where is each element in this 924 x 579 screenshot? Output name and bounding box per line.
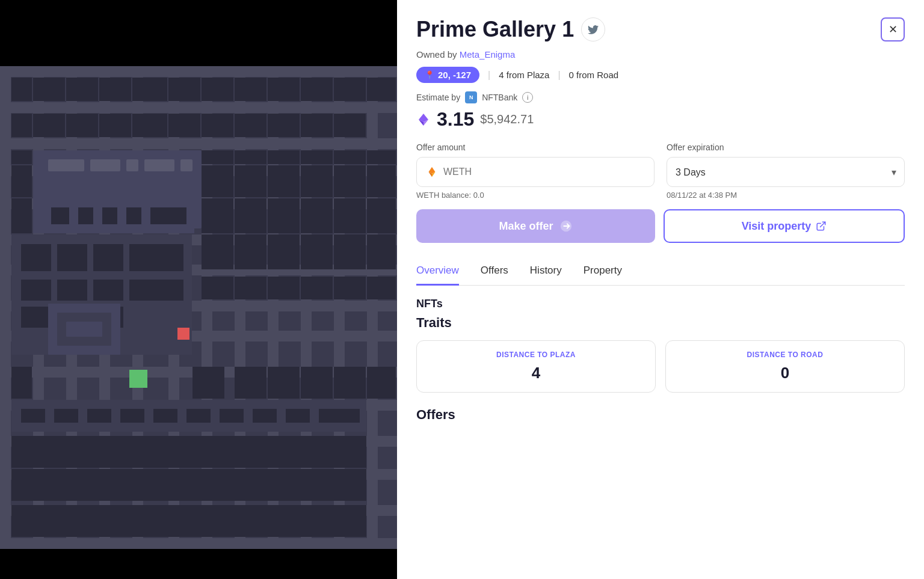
svg-rect-100 xyxy=(177,328,189,340)
pipe-divider-2: | xyxy=(558,70,560,81)
distance-road-text: 0 from Road xyxy=(569,70,619,80)
title-twitter-group: Prime Gallery 1 xyxy=(416,17,605,42)
svg-rect-133 xyxy=(11,505,366,537)
svg-rect-102 xyxy=(235,234,266,269)
svg-rect-74 xyxy=(78,207,93,224)
weth-amount-input[interactable] xyxy=(443,167,645,177)
svg-rect-107 xyxy=(202,277,233,299)
nftbank-icon: N xyxy=(465,91,477,103)
svg-rect-47 xyxy=(235,114,266,137)
svg-rect-111 xyxy=(334,277,366,299)
svg-rect-44 xyxy=(132,114,167,137)
coords-badge[interactable]: 📍 20, -127 xyxy=(416,67,479,83)
make-offer-icon xyxy=(559,219,573,233)
svg-rect-29 xyxy=(33,78,65,101)
svg-rect-60 xyxy=(268,150,300,164)
svg-rect-85 xyxy=(21,244,51,271)
tab-offers[interactable]: Offers xyxy=(481,257,508,286)
tab-overview[interactable]: Overview xyxy=(416,257,459,286)
svg-rect-54 xyxy=(126,159,138,171)
visit-property-label: Visit property xyxy=(742,220,812,233)
action-buttons: Make offer Visit property xyxy=(416,209,905,243)
price-row: 3.15 $5,942.71 xyxy=(416,108,905,130)
panel-header: Prime Gallery 1 ✕ xyxy=(416,17,905,42)
nfts-section-label: NFTs xyxy=(416,298,905,310)
svg-rect-130 xyxy=(319,409,360,423)
owned-by-label: Owned by xyxy=(416,49,457,60)
svg-rect-78 xyxy=(202,198,233,233)
svg-rect-90 xyxy=(57,280,87,301)
svg-rect-93 xyxy=(21,307,51,328)
tab-history[interactable]: History xyxy=(530,257,562,286)
svg-rect-125 xyxy=(153,409,177,423)
trait-cards: DISTANCE TO PLAZA 4 DISTANCE TO ROAD 0 xyxy=(416,340,905,393)
svg-rect-114 xyxy=(192,367,224,399)
expiration-select[interactable]: 1 Day 3 Days 7 Days 14 Days 30 Days xyxy=(667,157,905,187)
trait-road-value: 0 xyxy=(678,364,892,382)
svg-rect-63 xyxy=(367,150,396,164)
svg-rect-128 xyxy=(253,409,277,423)
svg-rect-48 xyxy=(268,114,300,137)
offer-amount-label: Offer amount xyxy=(416,142,654,152)
offers-section-label: Offers xyxy=(416,407,905,423)
svg-rect-53 xyxy=(90,159,120,171)
map-content[interactable] xyxy=(0,66,397,549)
svg-rect-70 xyxy=(367,165,396,197)
estimate-label: Estimate by xyxy=(416,93,460,102)
map-bottom-bar xyxy=(0,549,397,579)
svg-rect-116 xyxy=(268,367,300,399)
svg-rect-121 xyxy=(21,409,45,423)
weth-input-wrapper[interactable] xyxy=(416,157,654,187)
make-offer-button[interactable]: Make offer xyxy=(416,209,655,243)
twitter-button[interactable] xyxy=(581,17,605,41)
estimator-name: NFTBank xyxy=(482,93,517,102)
close-button[interactable]: ✕ xyxy=(881,17,905,41)
svg-rect-28 xyxy=(11,78,32,101)
svg-rect-55 xyxy=(144,159,174,171)
offer-expiration-label: Offer expiration xyxy=(667,142,905,152)
svg-rect-76 xyxy=(126,207,141,224)
make-offer-label: Make offer xyxy=(499,220,553,233)
tab-property[interactable]: Property xyxy=(584,257,622,286)
svg-rect-82 xyxy=(334,198,366,233)
trait-card-distance-plaza: DISTANCE TO PLAZA 4 xyxy=(416,340,656,393)
svg-rect-50 xyxy=(334,114,366,137)
map-svg xyxy=(0,66,397,549)
trait-card-distance-road: DISTANCE TO ROAD 0 xyxy=(665,340,905,393)
weth-balance-text: WETH balance: 0.0 xyxy=(416,191,654,200)
svg-rect-108 xyxy=(235,277,266,299)
svg-rect-99 xyxy=(129,370,147,388)
svg-rect-69 xyxy=(334,165,366,197)
eth-price: 3.15 xyxy=(437,108,474,130)
svg-rect-43 xyxy=(99,114,131,137)
svg-rect-34 xyxy=(202,78,233,101)
svg-rect-30 xyxy=(66,78,98,101)
svg-rect-67 xyxy=(268,165,300,197)
coords-value: 20, -127 xyxy=(438,70,471,80)
svg-rect-61 xyxy=(301,150,333,164)
svg-rect-73 xyxy=(51,207,69,224)
eth-icon xyxy=(416,112,431,127)
svg-rect-113 xyxy=(11,367,32,399)
expiration-select-wrapper: 1 Day 3 Days 7 Days 14 Days 30 Days xyxy=(667,157,905,187)
visit-property-button[interactable]: Visit property xyxy=(664,209,905,243)
svg-rect-119 xyxy=(367,367,396,399)
svg-rect-126 xyxy=(186,409,211,423)
svg-rect-40 xyxy=(11,114,32,137)
pin-icon: 📍 xyxy=(425,70,434,79)
svg-rect-80 xyxy=(268,198,300,233)
svg-rect-65 xyxy=(202,165,233,197)
info-icon[interactable]: i xyxy=(522,92,533,103)
owned-by-row: Owned by Meta_Enigma xyxy=(416,49,905,60)
svg-rect-33 xyxy=(168,78,200,101)
coords-row: 📍 20, -127 | 4 from Plaza | 0 from Road xyxy=(416,67,905,83)
traits-section-label: Traits xyxy=(416,315,905,331)
owner-link[interactable]: Meta_Enigma xyxy=(460,49,516,60)
offer-amount-column: Offer amount xyxy=(416,142,654,187)
svg-rect-39 xyxy=(367,78,396,101)
svg-rect-110 xyxy=(301,277,333,299)
svg-rect-124 xyxy=(120,409,144,423)
svg-rect-106 xyxy=(367,234,396,269)
svg-rect-87 xyxy=(93,244,123,271)
svg-rect-36 xyxy=(268,78,300,101)
